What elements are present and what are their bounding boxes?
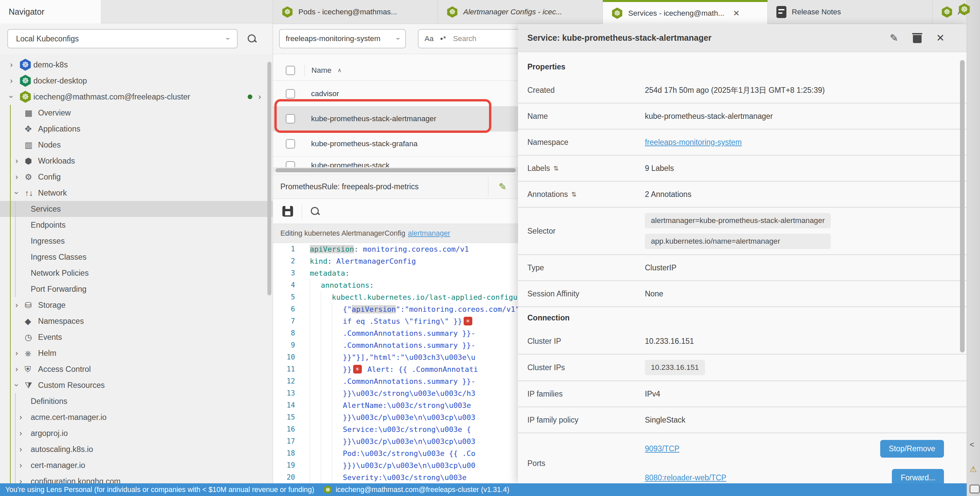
edit-pencil-icon[interactable]: ✎ [499, 181, 506, 192]
sidebar-item-icecheng-mathmast-com-freeleaps-cluster[interactable]: ›☸icecheng@mathmast.com@freeleaps-cluste… [0, 89, 273, 105]
code-line-19[interactable]: 19}})\u003c/p\u003e\n\u003cp\u00 [273, 459, 518, 471]
search-icon[interactable] [247, 34, 257, 44]
code-line-10[interactable]: 10}}"}],"html":"\u003ch3\u003e\u [273, 351, 518, 363]
tab-pods-icecheng-mathmas[interactable]: ☸Pods - icecheng@mathmas... [273, 0, 438, 24]
code-line-17[interactable]: 17}}\u003c/p\u003e\n\u003cp\u003 [273, 435, 518, 447]
sort-toggle-icon[interactable]: ⇅ [554, 165, 559, 172]
sidebar-item-configuration-konghq-com[interactable]: ›configuration.konghq.com [0, 473, 273, 483]
close-tab-icon[interactable]: ✕ [733, 9, 740, 18]
sidebar-item-network-policies[interactable]: Network Policies [0, 265, 273, 281]
chevron-right-icon[interactable]: › [15, 173, 18, 181]
collapse-left-icon[interactable]: < [970, 440, 974, 449]
chevron-right-icon[interactable]: › [15, 365, 18, 373]
code-line-13[interactable]: 13}}\u003c/strong\u003e\u003c/h3 [273, 387, 518, 399]
tab-release-notes[interactable]: Release Notes [768, 0, 932, 24]
sidebar-item-ingress-classes[interactable]: Ingress Classes [0, 249, 273, 265]
drawer-scrollbar[interactable] [960, 60, 965, 353]
row-checkbox[interactable] [286, 139, 295, 148]
row-checkbox[interactable] [286, 114, 295, 124]
chevron-right-icon[interactable]: › [19, 461, 22, 469]
chevron-right-icon[interactable]: › [19, 413, 22, 421]
sidebar-item-access-control[interactable]: ›⛨Access Control [0, 361, 273, 377]
code-line-14[interactable]: 14AlertName:\u003c/strong\u003e [273, 399, 518, 411]
code-line-16[interactable]: 16Service:\u003c/strong\u003e { [273, 423, 518, 435]
chevron-right-icon[interactable]: › [19, 477, 22, 483]
code-line-6[interactable]: 6{"apiVersion":"monitoring.coreos.com/v1… [273, 303, 518, 315]
sort-asc-icon[interactable]: ∧ [337, 67, 342, 74]
sidebar-item-workloads[interactable]: ›⬢Workloads [0, 153, 273, 169]
sidebar-item-argoproj-io[interactable]: ›argoproj.io [0, 425, 273, 441]
sidebar-item-definitions[interactable]: Definitions [0, 393, 273, 409]
code-line-20[interactable]: 20Severity:\u003c/strong\u003e [273, 471, 518, 483]
name-column-header[interactable]: Name [312, 66, 331, 75]
chevron-down-icon[interactable]: › [13, 192, 21, 194]
terminal-icon[interactable] [970, 485, 980, 493]
close-drawer-icon[interactable]: ✕ [936, 32, 945, 44]
sort-toggle-icon[interactable]: ⇅ [571, 191, 576, 198]
chevron-down-icon[interactable]: › [7, 95, 15, 98]
sidebar-item-helm[interactable]: ›⎈Helm [0, 345, 273, 361]
sidebar-item-endpoints[interactable]: Endpoints [0, 217, 273, 233]
code-line-15[interactable]: 15}}\u003c/p\u003e\n\u003cp\u003 [273, 411, 518, 423]
service-row-cadvisor[interactable]: cadvisor [273, 81, 518, 107]
sidebar-item-applications[interactable]: ✥Applications [0, 121, 273, 137]
port-link-8080-reloader-web-tcp[interactable]: 8080:reloader-web/TCP [645, 473, 726, 482]
code-line-2[interactable]: 2kind: AlertmanagerConfig [273, 255, 518, 267]
regex-icon[interactable]: ▪* [440, 34, 446, 43]
kubeconfig-select[interactable]: Local Kubeconfigs › [7, 29, 238, 48]
sidebar-item-docker-desktop[interactable]: ›☸docker-desktop [0, 73, 273, 89]
chevron-right-icon[interactable]: › [10, 61, 13, 69]
sidebar-item-network[interactable]: ›↑↓Network [0, 185, 273, 201]
code-line-9[interactable]: 9.CommonAnnotations.summary }}- [273, 339, 518, 351]
code-line-11[interactable]: 11}}✳ Alert: {{ .CommonAnnotati [273, 363, 518, 375]
yaml-editor[interactable]: 1apiVersion: monitoring.coreos.com/v12ki… [273, 243, 518, 483]
sidebar-item-cert-manager-io[interactable]: ›cert-manager.io [0, 457, 273, 473]
code-line-8[interactable]: 8.CommonAnnotations.summary }}- [273, 327, 518, 339]
tab-alertmanager-configs-icec[interactable]: ☸Alertmanager Configs - icec... [438, 0, 603, 24]
code-line-18[interactable]: 18Pod:\u003c/strong\u003e {{ .Co [273, 447, 518, 459]
namespace-select[interactable]: freeleaps-monitoring-system › [279, 29, 406, 48]
code-line-12[interactable]: 12.CommonAnnotations.summary }}- [273, 375, 518, 387]
warning-icon[interactable]: ⚠ [970, 465, 977, 474]
sidebar-item-namespaces[interactable]: ◆Namespaces [0, 313, 273, 329]
horizontal-scrollbar[interactable] [273, 168, 518, 173]
code-line-4[interactable]: 4annotations: [273, 279, 518, 291]
row-checkbox[interactable] [286, 161, 295, 168]
tab-services-icecheng-math[interactable]: ☸Services - icecheng@math...✕ [603, 0, 768, 24]
sidebar-item-events[interactable]: ◷Events [0, 329, 273, 345]
service-row-kube-prometheus-stack-alertmanager[interactable]: kube-prometheus-stack-alertmanager [273, 107, 518, 132]
code-line-3[interactable]: 3metadata: [273, 267, 518, 279]
sidebar-item-port-forwarding[interactable]: Port Forwarding [0, 281, 273, 297]
sidebar-item-demo-k8s[interactable]: ›☸demo-k8s [0, 57, 273, 73]
service-row-kube-prometheus-stack-grafana[interactable]: kube-prometheus-stack-grafana [273, 132, 518, 157]
code-line-1[interactable]: 1apiVersion: monitoring.coreos.com/v1 [273, 243, 518, 255]
sidebar-item-autoscaling-k8s-io[interactable]: ›autoscaling.k8s.io [0, 441, 273, 457]
save-icon[interactable] [282, 206, 293, 217]
sidebar-item-storage[interactable]: ›⛁Storage [0, 297, 273, 313]
service-row-kube-prometheus-stack[interactable]: kube-prometheus-stack [273, 157, 518, 168]
sidebar-item-ingresses[interactable]: Ingresses [0, 233, 273, 249]
select-all-checkbox[interactable] [286, 66, 295, 75]
namespace-link[interactable]: freeleaps-monitoring-system [645, 138, 742, 147]
sidebar-item-overview[interactable]: ▦Overview [0, 105, 273, 121]
chevron-right-icon[interactable]: › [10, 77, 13, 85]
sidebar-item-custom-resources[interactable]: ›⧩Custom Resources [0, 377, 273, 393]
code-line-7[interactable]: 7if eq .Status \"firing\" }}✳ [273, 315, 518, 327]
chevron-right-icon[interactable]: › [19, 445, 22, 453]
chevron-right-icon[interactable]: › [15, 349, 18, 357]
chevron-right-icon[interactable]: › [19, 429, 22, 437]
chevron-right-icon[interactable]: › [258, 93, 261, 101]
stop-remove-button[interactable]: Stop/Remove [880, 440, 944, 458]
chevron-right-icon[interactable]: › [15, 157, 18, 165]
editor-search-icon[interactable] [310, 206, 320, 216]
chevron-down-icon[interactable]: › [13, 384, 21, 386]
sidebar-item-services[interactable]: Services [0, 201, 273, 217]
code-line-5[interactable]: 5kubectl.kubernetes.io/last-applied-conf… [273, 291, 518, 303]
chevron-right-icon[interactable]: › [15, 301, 18, 309]
alertmanagerconfig-link[interactable]: alertmanager [408, 229, 450, 238]
sidebar-item-nodes[interactable]: ▥Nodes [0, 137, 273, 153]
delete-service-icon[interactable] [913, 33, 921, 43]
sidebar-scrollbar[interactable] [267, 62, 271, 296]
list-search-box[interactable]: Aa ▪* Search [418, 29, 518, 48]
port-link-9093-tcp[interactable]: 9093/TCP [645, 444, 679, 453]
